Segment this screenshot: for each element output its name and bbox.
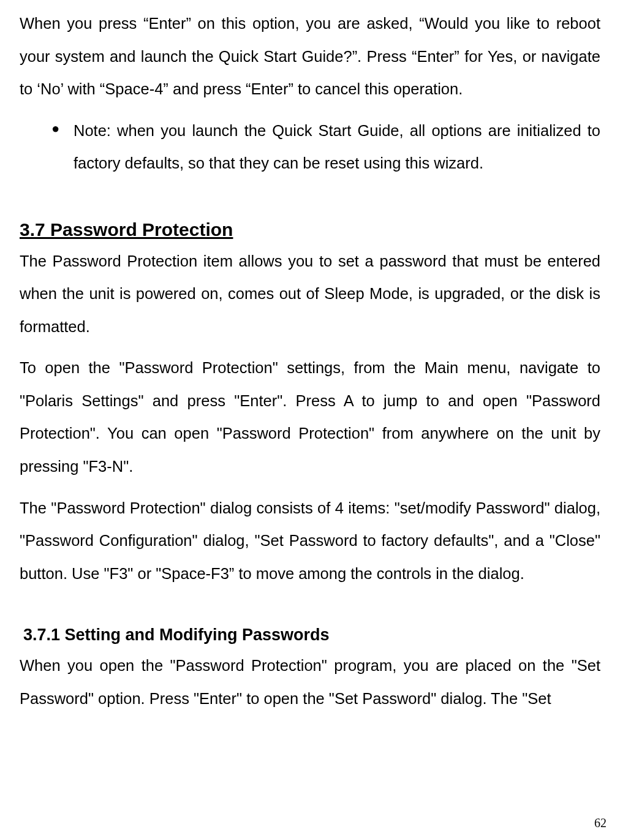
bullet-list: Note: when you launch the Quick Start Gu…	[20, 115, 600, 180]
document-page: When you press “Enter” on this option, y…	[0, 0, 620, 715]
heading-password-protection: 3.7 Password Protection	[20, 219, 600, 240]
page-number: 62	[594, 816, 607, 830]
paragraph-pw2: To open the "Password Protection" settin…	[20, 352, 600, 483]
paragraph-pw1: The Password Protection item allows you …	[20, 245, 600, 344]
paragraph-intro: When you press “Enter” on this option, y…	[20, 7, 600, 106]
paragraph-sub1: When you open the "Password Protection" …	[20, 649, 600, 715]
bullet-note: Note: when you launch the Quick Start Gu…	[51, 115, 600, 180]
heading-setting-modifying-passwords: 3.7.1 Setting and Modifying Passwords	[20, 626, 600, 645]
paragraph-pw3: The "Password Protection" dialog consist…	[20, 492, 600, 591]
